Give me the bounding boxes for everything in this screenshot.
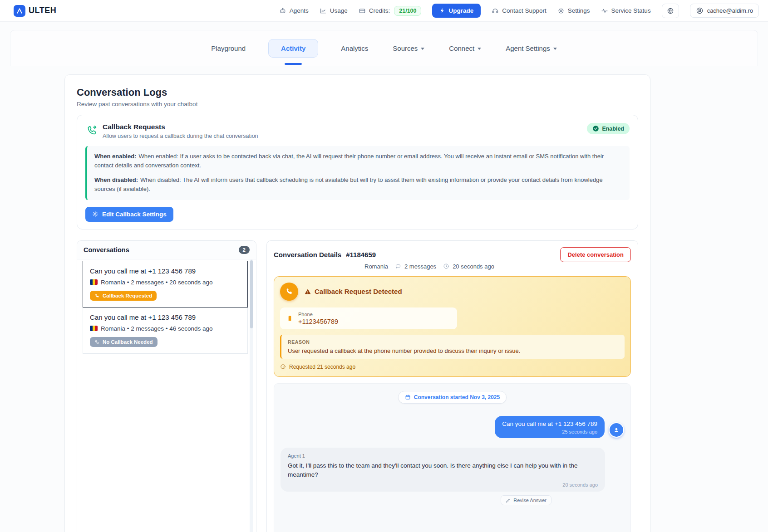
callback-requests-heading: Callback Requests Allow users to request… xyxy=(103,123,258,139)
when-enabled-paragraph: When enabled:When enabled: If a user ask… xyxy=(94,152,622,170)
gear-icon xyxy=(557,7,565,15)
conversation-id: #1184659 xyxy=(346,251,376,259)
tab-activity[interactable]: Activity xyxy=(268,39,318,58)
tab-analytics[interactable]: Analytics xyxy=(339,39,370,57)
agent-message-text: Got it, I'll pass this to the team and t… xyxy=(288,461,598,480)
callback-requests-card: Callback Requests Allow users to request… xyxy=(77,115,638,229)
tab-playground-label: Playground xyxy=(211,44,246,52)
tab-analytics-label: Analytics xyxy=(341,44,368,52)
nav-contact-support[interactable]: Contact Support xyxy=(492,7,546,15)
language-globe-button[interactable] xyxy=(662,4,679,18)
details-country: Romania xyxy=(364,263,388,270)
mobile-phone-icon xyxy=(286,314,293,322)
callback-requested-badge: Callback Requested xyxy=(90,291,157,301)
reason-box: REASON User requested a callback at the … xyxy=(280,335,625,359)
chevron-down-icon xyxy=(478,48,481,50)
nav-usage[interactable]: Usage xyxy=(320,7,348,15)
nav-settings[interactable]: Settings xyxy=(557,7,590,15)
callback-detected-card: Callback Request Detected Phone +1123456… xyxy=(274,276,631,377)
nav-usage-label: Usage xyxy=(330,7,348,14)
chat-transcript: Conversation started Nov 3, 2025 Can you… xyxy=(274,383,631,532)
pulse-icon xyxy=(601,7,608,15)
clock-icon xyxy=(443,263,449,269)
brand-logo-icon xyxy=(14,5,25,17)
callback-info-box: When enabled:When enabled: If a user ask… xyxy=(85,146,630,200)
nav-agents-label: Agents xyxy=(290,7,309,14)
tab-agent-settings[interactable]: Agent Settings xyxy=(504,39,559,57)
nav-contact-support-label: Contact Support xyxy=(502,7,546,14)
scrollbar[interactable] xyxy=(250,259,253,532)
conversation-list-item[interactable]: Can you call me at +1 123 456 789 Romani… xyxy=(83,261,248,307)
account-email: cachee@aldim.ro xyxy=(707,7,753,14)
when-disabled-text: When disabled: The AI will inform users … xyxy=(94,176,603,192)
chat-bubble-icon xyxy=(395,263,401,269)
requested-time-label: Requested 21 seconds ago xyxy=(289,364,355,370)
callback-requested-label: Callback Requested xyxy=(103,293,152,298)
agent-name: Agent 1 xyxy=(288,453,598,459)
details-time: 20 seconds ago xyxy=(453,263,494,270)
conversation-logs-card: Conversation Logs Review past conversati… xyxy=(64,74,650,532)
delete-conversation-button[interactable]: Delete conversation xyxy=(560,247,631,262)
navbar-menu: Agents Usage Credits: 21/100 Upgrade Con… xyxy=(279,4,759,18)
account-menu[interactable]: cachee@aldim.ro xyxy=(690,4,759,18)
tab-sources[interactable]: Sources xyxy=(391,39,426,57)
credit-card-icon xyxy=(359,7,366,15)
conversations-panel: Conversations 2 Can you call me at +1 12… xyxy=(77,240,256,532)
phone-circle-icon xyxy=(280,283,298,301)
callback-requests-title: Callback Requests xyxy=(103,123,258,131)
nav-agents[interactable]: Agents xyxy=(279,7,309,15)
conversation-list-item[interactable]: Can you call me at +1 123 456 789 Romani… xyxy=(83,307,248,354)
conversation-preview: Can you call me at +1 123 456 789 xyxy=(90,313,241,321)
pencil-icon xyxy=(506,498,511,503)
callback-requests-subtitle: Allow users to request a callback during… xyxy=(103,133,258,139)
revise-answer-button[interactable]: Revise Answer xyxy=(501,495,551,505)
details-messages: 2 messages xyxy=(404,263,436,270)
conversations-title: Conversations xyxy=(84,246,129,254)
reason-label: REASON xyxy=(288,339,618,345)
tab-agent-settings-label: Agent Settings xyxy=(506,44,550,52)
nav-credits[interactable]: Credits: 21/100 xyxy=(359,6,422,16)
nav-credits-label: Credits: xyxy=(369,7,390,14)
phone-icon xyxy=(94,293,100,298)
check-circle-icon xyxy=(592,125,599,132)
conversation-meta: Romania • 2 messages • 20 seconds ago xyxy=(101,279,213,286)
tab-activity-label: Activity xyxy=(281,44,305,52)
romania-flag-icon xyxy=(90,279,98,285)
headset-icon xyxy=(492,7,499,15)
conversation-meta: Romania • 2 messages • 46 seconds ago xyxy=(101,325,213,332)
conversations-list: Can you call me at +1 123 456 789 Romani… xyxy=(77,259,256,532)
tab-connect[interactable]: Connect xyxy=(447,39,483,57)
conversations-header: Conversations 2 xyxy=(77,241,256,259)
status-badge: Enabled xyxy=(587,123,630,134)
details-title: Conversation Details xyxy=(274,251,341,259)
conversations-count-badge: 2 xyxy=(239,246,250,254)
agent-tabstrip: Playground Activity Analytics Sources Co… xyxy=(10,30,758,66)
agent-message-row: Agent 1 Got it, I'll pass this to the te… xyxy=(281,448,605,506)
when-disabled-paragraph: When disabled:When disabled: The AI will… xyxy=(94,176,622,194)
tab-connect-label: Connect xyxy=(449,44,474,52)
details-meta-row: Romania 2 messages 20 seconds ago xyxy=(364,263,631,270)
phone-value: +1123456789 xyxy=(298,318,338,325)
scrollbar-thumb[interactable] xyxy=(250,260,253,328)
user-circle-icon xyxy=(696,7,704,15)
phone-icon xyxy=(94,339,100,345)
brand-logo[interactable]: ULTEH xyxy=(14,5,56,17)
agent-message-bubble: Agent 1 Got it, I'll pass this to the te… xyxy=(281,448,605,492)
agent-message-time: 20 seconds ago xyxy=(288,482,598,488)
no-callback-label: No Callback Needed xyxy=(103,339,153,345)
upgrade-button[interactable]: Upgrade xyxy=(432,4,481,18)
nav-service-status-label: Service Status xyxy=(611,7,651,14)
chevron-down-icon xyxy=(553,48,557,50)
user-avatar xyxy=(609,422,624,438)
tab-playground[interactable]: Playground xyxy=(209,39,247,57)
robot-icon xyxy=(279,7,286,15)
conversation-started-label: Conversation started Nov 3, 2025 xyxy=(414,394,500,400)
nav-service-status[interactable]: Service Status xyxy=(601,7,651,15)
user-message-text: Can you call me at +1 123 456 789 xyxy=(502,420,597,427)
user-message-bubble: Can you call me at +1 123 456 789 25 sec… xyxy=(495,416,605,438)
requested-time-row: Requested 21 seconds ago xyxy=(280,364,625,370)
phone-callback-icon xyxy=(86,124,98,136)
edit-callback-settings-button[interactable]: Edit Callback Settings xyxy=(85,207,173,222)
romania-flag-icon xyxy=(90,326,98,331)
reason-text: User requested a callback at the phone n… xyxy=(288,347,618,354)
